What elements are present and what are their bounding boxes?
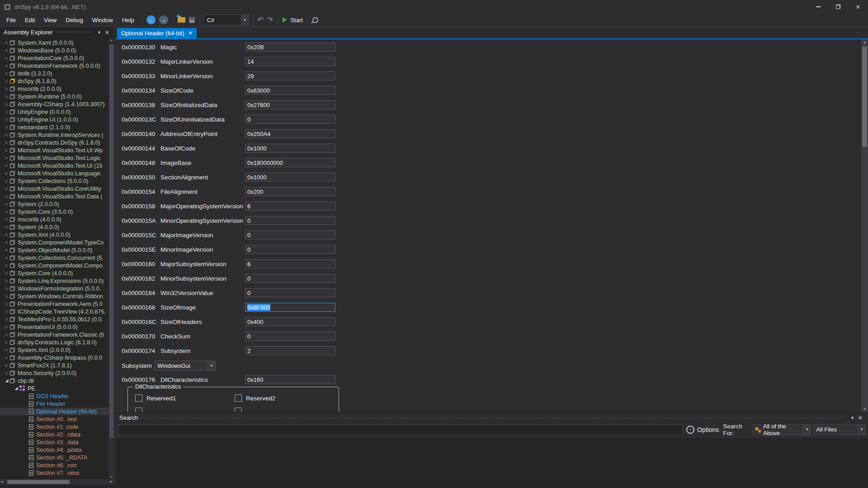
panel-close-icon[interactable]: ✕ — [856, 415, 864, 421]
collapsed-icon[interactable]: ▷ — [4, 64, 10, 68]
menu-view[interactable]: View — [39, 14, 61, 26]
tree-item[interactable]: ▷System (2.0.0.0) — [0, 200, 108, 208]
collapsed-icon[interactable]: ▷ — [4, 210, 10, 214]
options-button[interactable]: Options — [697, 426, 719, 433]
tree-item[interactable]: ▷System.ComponentModel.TypeCo — [0, 239, 108, 246]
collapsed-icon[interactable]: ▷ — [4, 110, 10, 114]
field-value-input[interactable]: 0x63000 — [245, 86, 335, 95]
start-debug-button[interactable]: Start — [281, 14, 304, 25]
minimize-button[interactable] — [808, 0, 828, 14]
collapsed-icon[interactable]: ▷ — [4, 141, 10, 145]
close-button[interactable]: ✕ — [848, 0, 868, 14]
collapsed-icon[interactable]: ▷ — [4, 341, 10, 344]
tab-close-icon[interactable]: ✕ — [188, 31, 192, 36]
collapsed-icon[interactable]: ▷ — [4, 302, 10, 306]
collapsed-icon[interactable]: ▷ — [4, 371, 10, 375]
tree-item[interactable]: ▷mscorlib (4.0.0.0) — [0, 216, 108, 223]
scrollbar-thumb[interactable] — [862, 47, 867, 147]
scrollbar-thumb[interactable] — [7, 480, 70, 484]
collapsed-icon[interactable]: ▷ — [4, 126, 10, 129]
collapsed-icon[interactable]: ▷ — [4, 356, 10, 360]
tree-item[interactable]: 01Section #1: code — [0, 423, 108, 431]
tree-item[interactable]: ▷WindowsFormsIntegration (5.0.0. — [0, 285, 108, 292]
collapsed-icon[interactable]: ▷ — [4, 218, 10, 221]
tree-item[interactable]: ▷Microsoft.VisualStudio.Text.UI.Wp — [0, 146, 108, 154]
expanded-icon[interactable]: ◢ — [4, 379, 10, 383]
collapsed-icon[interactable]: ▷ — [4, 149, 10, 152]
scrollbar-thumb[interactable] — [109, 45, 113, 438]
menu-help[interactable]: Help — [118, 14, 139, 26]
restore-button[interactable] — [828, 0, 848, 14]
tree-item[interactable]: ▷Microsoft.VisualStudio.Text.Logic — [0, 154, 108, 162]
tree-item[interactable]: ▷PresentationUI (5.0.0.0) — [0, 323, 108, 331]
collapsed-icon[interactable]: ▷ — [4, 325, 10, 329]
collapsed-icon[interactable]: ▷ — [4, 333, 10, 337]
field-value-input[interactable]: 0x27600 — [245, 100, 335, 109]
collapsed-icon[interactable]: ▷ — [4, 179, 10, 183]
expanded-icon[interactable]: ◢ — [13, 386, 19, 390]
chevron-down-icon[interactable]: ▼ — [208, 361, 215, 370]
tree-item[interactable]: ▷System.Collections (5.0.0.0) — [0, 177, 108, 185]
tree-item[interactable]: ▷UnityEngine (0.0.0.0) — [0, 108, 108, 116]
chevron-down-icon[interactable]: ▼ — [241, 15, 249, 25]
tree-item[interactable]: ▷dnSpy.Contracts.DnSpy (6.1.8.0) — [0, 139, 108, 146]
checkbox-reserved2[interactable]: Reserved2 — [235, 394, 334, 402]
collapsed-icon[interactable]: ▷ — [4, 72, 10, 75]
scroll-up-icon[interactable]: ▲ — [861, 40, 868, 44]
tree-item[interactable]: ▷dnSpy (6.1.8.0) — [0, 77, 108, 85]
tree-item[interactable]: ▷Assembly-CSharp-firstpass (0.0.0 — [0, 354, 108, 361]
field-value-input[interactable]: 0x250A4 — [245, 129, 335, 138]
panel-menu-icon[interactable]: ▼ — [95, 30, 103, 35]
tree-item[interactable]: ▷UnityEngine.UI (1.0.0.0) — [0, 116, 108, 123]
collapsed-icon[interactable]: ▷ — [4, 279, 10, 283]
collapsed-icon[interactable]: ▷ — [4, 348, 10, 352]
tree-item[interactable]: ◢cbp.dll — [0, 377, 108, 385]
tree-item[interactable]: ◢PE — [0, 385, 108, 392]
collapsed-icon[interactable]: ▷ — [4, 56, 10, 60]
tree-item[interactable]: 01Section #4: .pdata — [0, 446, 108, 454]
field-value-input[interactable]: 0 — [245, 245, 335, 254]
subsystem-select[interactable]: WindowsGui ▼ — [154, 361, 216, 371]
collapsed-icon[interactable]: ▷ — [4, 364, 10, 367]
scroll-right-icon[interactable]: ▶ — [110, 480, 113, 483]
field-value-input[interactable]: 0x1000 — [245, 144, 335, 153]
field-value-input[interactable]: 0x20B — [245, 42, 335, 52]
tree-item[interactable]: ▷System.Xml (2.0.0.0) — [0, 346, 108, 354]
tree-item[interactable]: ▷Assembly-CSharp (1.4.1003.3007) — [0, 100, 108, 108]
save-all-button[interactable] — [187, 14, 197, 25]
collapsed-icon[interactable]: ▷ — [4, 103, 10, 106]
tree-item[interactable]: ▷System (4.0.0.0) — [0, 223, 108, 231]
redo-button[interactable]: ↷ — [265, 14, 275, 25]
tree-item[interactable]: ▷PresentationFramework (5.0.0.0) — [0, 62, 108, 70]
navigate-back-button[interactable]: ← — [145, 14, 157, 25]
navigate-forward-button[interactable]: → — [157, 14, 170, 25]
collapsed-icon[interactable]: ▷ — [4, 49, 10, 52]
tree-item[interactable]: ▷System.ComponentModel.Compo — [0, 262, 108, 269]
menu-window[interactable]: Window — [88, 14, 118, 26]
tree-item[interactable]: ▷System.Runtime.InteropServices ( — [0, 131, 108, 139]
collapsed-icon[interactable]: ▷ — [4, 295, 10, 298]
search-kind-select[interactable]: All of the Above ▼ — [753, 424, 811, 435]
field-value-input[interactable]: 2 — [245, 346, 335, 355]
tree-item[interactable]: ▷netstandard (2.1.0.0) — [0, 123, 108, 131]
field-value-input[interactable]: 6 — [245, 259, 335, 268]
checkbox-icon[interactable] — [235, 408, 242, 412]
tree-item[interactable]: 01Section #5: _RDATA — [0, 454, 108, 461]
panel-close-icon[interactable]: ✕ — [103, 29, 111, 36]
content-vertical-scrollbar[interactable]: ▲ ▼ — [861, 39, 868, 412]
menu-debug[interactable]: Debug — [61, 14, 87, 26]
collapsed-icon[interactable]: ▷ — [4, 318, 10, 321]
tree-item[interactable]: ▷PresentationCore (5.0.0.0) — [0, 54, 108, 62]
field-value-input[interactable]: 0 — [245, 332, 335, 341]
collapsed-icon[interactable]: ▷ — [4, 264, 10, 267]
tree-item[interactable]: ▷PresentationFramework.Aero (5.0 — [0, 300, 108, 308]
checkbox-icon[interactable] — [135, 408, 142, 412]
tree-item[interactable]: ▷Microsoft.VisualStudio.CoreUtility — [0, 185, 108, 192]
collapsed-icon[interactable]: ▷ — [4, 195, 10, 198]
menu-edit[interactable]: Edit — [20, 14, 39, 26]
scroll-down-icon[interactable]: ▼ — [108, 475, 114, 479]
search-assemblies-button[interactable] — [311, 14, 322, 25]
panel-menu-icon[interactable]: ▼ — [849, 416, 856, 420]
file-filter-select[interactable]: All Files ▼ — [813, 424, 866, 435]
tree-item[interactable]: ▷System.Core (4.0.0.0) — [0, 269, 108, 277]
